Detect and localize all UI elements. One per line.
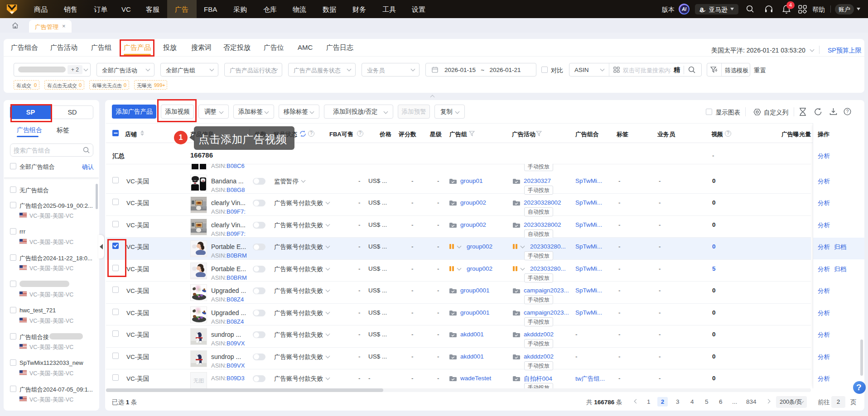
svg-text:?: ? bbox=[846, 109, 849, 114]
